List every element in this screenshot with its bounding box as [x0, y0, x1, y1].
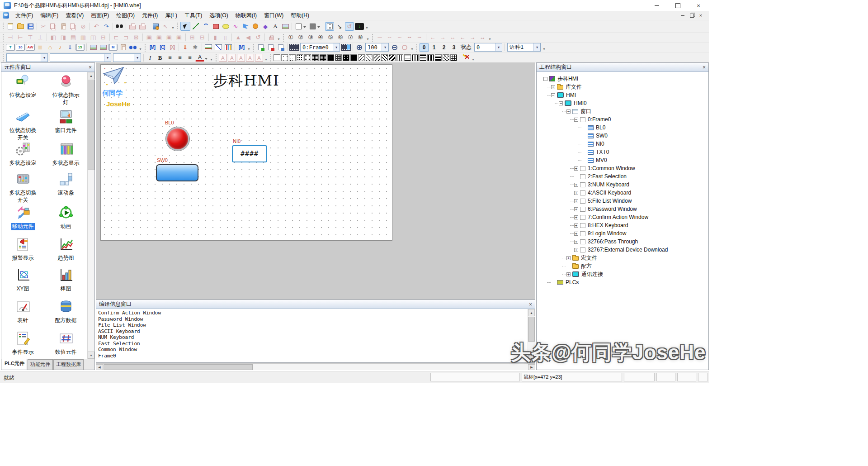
- tree-item-4-ascii-keyboard[interactable]: +4:ASCII Keyboard: [537, 189, 708, 197]
- line-width-5-icon[interactable]: ⑤: [326, 33, 335, 42]
- menu-物联网i[interactable]: 物联网(I): [232, 11, 260, 20]
- scrollbar-thumb[interactable]: [88, 80, 94, 170]
- text-effect-1-icon[interactable]: A: [219, 54, 227, 62]
- line-width-3-icon[interactable]: ③: [306, 33, 315, 42]
- select-tool-icon[interactable]: [180, 22, 190, 31]
- line-width-7-icon[interactable]: ⑦: [346, 33, 355, 42]
- tree-item-步科hmi[interactable]: −步科HMI: [537, 75, 708, 83]
- equal-v-spacing-icon[interactable]: ▯: [221, 33, 230, 42]
- rotate-tool-icon[interactable]: ↺: [345, 22, 354, 31]
- compile-panel-close-icon[interactable]: ×: [529, 302, 532, 307]
- tree-expander-icon[interactable]: +: [574, 207, 578, 211]
- macro-m-icon[interactable]: [M]: [148, 43, 157, 52]
- tab-plc元件[interactable]: PLC元件: [2, 358, 27, 370]
- tree-expander-icon[interactable]: +: [574, 166, 578, 171]
- toolbar-overflow-icon[interactable]: ▾: [246, 43, 251, 52]
- scroll-left-icon[interactable]: ◀: [96, 364, 103, 370]
- open-file-icon[interactable]: [16, 22, 25, 31]
- library-item-xy-plot[interactable]: XY图: [1, 267, 44, 299]
- tree-item-7-confirm-action-window[interactable]: +7:Confirm Action Window: [537, 213, 708, 221]
- line-dash-dot-icon[interactable]: ╍: [405, 33, 414, 42]
- toolbar-overflow-icon[interactable]: ▾: [364, 22, 369, 31]
- send-backward-icon[interactable]: ▣: [175, 33, 184, 42]
- tree-expander-icon[interactable]: +: [566, 272, 571, 276]
- toolbar-overflow-icon[interactable]: ▾: [542, 43, 547, 52]
- pattern-dots-swatch[interactable]: [289, 54, 296, 61]
- align-bottom-icon[interactable]: ⊥: [36, 33, 45, 42]
- library-item-meter[interactable]: 表针: [1, 299, 44, 331]
- tree-expander-icon[interactable]: +: [574, 232, 578, 236]
- numeric-input-widget[interactable]: ####: [232, 145, 267, 162]
- send-to-back-icon[interactable]: ▣: [155, 33, 164, 42]
- menu-库l[interactable]: 库(L): [161, 11, 181, 20]
- text-library-icon[interactable]: T: [6, 44, 15, 51]
- pattern-diag-back-swatch[interactable]: [358, 54, 365, 61]
- arrow-start-icon[interactable]: ←: [428, 33, 437, 42]
- library-item-multi-switch[interactable]: 多状态切换 开关: [1, 171, 44, 205]
- align-center-text-icon[interactable]: ≡: [175, 53, 184, 62]
- library-item-trend[interactable]: 趋势图: [44, 237, 87, 267]
- line-dashed-icon[interactable]: ╌: [385, 33, 394, 42]
- library-item-animation[interactable]: 动画: [44, 205, 87, 237]
- align-left-text-icon[interactable]: ≡: [165, 53, 175, 62]
- library-item-recipe-data[interactable]: 配方数据: [44, 299, 87, 331]
- frame-list-icon[interactable]: [289, 43, 299, 52]
- same-size-icon[interactable]: ⊠: [132, 33, 141, 42]
- add-graphics-icon[interactable]: [89, 43, 98, 52]
- text-effect-4-icon[interactable]: A: [246, 54, 254, 62]
- align-right-icon[interactable]: ⊢: [16, 33, 25, 42]
- scrollbar-thumb[interactable]: [528, 317, 535, 342]
- scroll-up-icon[interactable]: ▲: [528, 309, 535, 316]
- line-width-4-icon[interactable]: ④: [316, 33, 325, 42]
- move-tool-icon[interactable]: ↕: [355, 23, 364, 30]
- copy-frame-icon[interactable]: [276, 43, 285, 52]
- scrollbar-thumb[interactable]: [104, 364, 253, 370]
- bold-icon[interactable]: B: [156, 53, 165, 62]
- toolbar-overflow-icon[interactable]: ▾: [471, 53, 476, 62]
- distribute-h-icon[interactable]: ◫: [89, 33, 98, 42]
- border-color-icon[interactable]: [294, 22, 303, 31]
- same-height-icon[interactable]: ⊐: [122, 33, 131, 42]
- flip-vertical-icon[interactable]: ▲: [234, 33, 243, 42]
- tab-工程数据库[interactable]: 工程数据库: [53, 359, 84, 370]
- tree-expander-icon[interactable]: +: [574, 240, 578, 244]
- pattern-75-swatch[interactable]: [335, 54, 342, 61]
- arrow-both-filled-icon[interactable]: ↔: [478, 33, 487, 42]
- text-effect-5-icon[interactable]: A: [255, 54, 263, 62]
- font-style[interactable]: ▼: [6, 53, 48, 62]
- batch-copy-icon[interactable]: ↖: [161, 22, 170, 31]
- tree-expander-icon[interactable]: −: [543, 77, 547, 81]
- graphics-library-icon[interactable]: [99, 43, 108, 52]
- tree-item-hmi0[interactable]: −HMI0: [537, 99, 708, 107]
- tree-item-3-num-keyboard[interactable]: +3:NUM Keyboard: [537, 181, 708, 189]
- undo-icon[interactable]: ↶: [92, 22, 101, 31]
- search-icon[interactable]: [128, 43, 137, 52]
- mdi-minimize-button[interactable]: [678, 12, 687, 19]
- menu-查看v[interactable]: 查看(V): [62, 11, 87, 20]
- italic-icon[interactable]: I: [146, 53, 155, 62]
- font-size[interactable]: ▼: [113, 53, 141, 62]
- tree-expander-icon[interactable]: +: [551, 85, 555, 89]
- line-width-8-icon[interactable]: ⑧: [356, 33, 365, 42]
- equal-h-spacing-icon[interactable]: ▮: [211, 33, 220, 42]
- pattern-dots-dense-swatch[interactable]: [304, 54, 311, 61]
- system-tool-icon[interactable]: ✱: [191, 43, 200, 52]
- tree-item-2-fast-selection[interactable]: 2:Fast Selection: [537, 172, 708, 181]
- tree-item-0-frame0[interactable]: −0:Frame0: [537, 115, 708, 124]
- state-button-2[interactable]: 2: [439, 43, 448, 52]
- xy-element-icon[interactable]: [214, 43, 223, 52]
- pattern-25-swatch[interactable]: [320, 54, 326, 61]
- pattern-diag-thick-swatch[interactable]: [389, 54, 396, 61]
- freeform-tool-icon[interactable]: ◆: [261, 22, 270, 31]
- rotate-90-icon[interactable]: ↺: [254, 33, 263, 42]
- pattern-dots-sparse-swatch[interactable]: [281, 54, 288, 61]
- library-item-bit-lamp[interactable]: 位状态指示 灯: [44, 74, 87, 109]
- pattern-v-thick-swatch[interactable]: [427, 54, 434, 61]
- text-tag-icon[interactable]: AW: [26, 44, 35, 51]
- scroll-up-icon[interactable]: ▲: [88, 72, 94, 79]
- pattern-v-med-swatch[interactable]: [412, 54, 419, 61]
- bit-lamp-widget[interactable]: [166, 127, 189, 151]
- menu-元件i[interactable]: 元件(I): [138, 11, 161, 20]
- tree-item-sw0[interactable]: SW0: [537, 132, 708, 140]
- maximize-button[interactable]: [667, 0, 688, 11]
